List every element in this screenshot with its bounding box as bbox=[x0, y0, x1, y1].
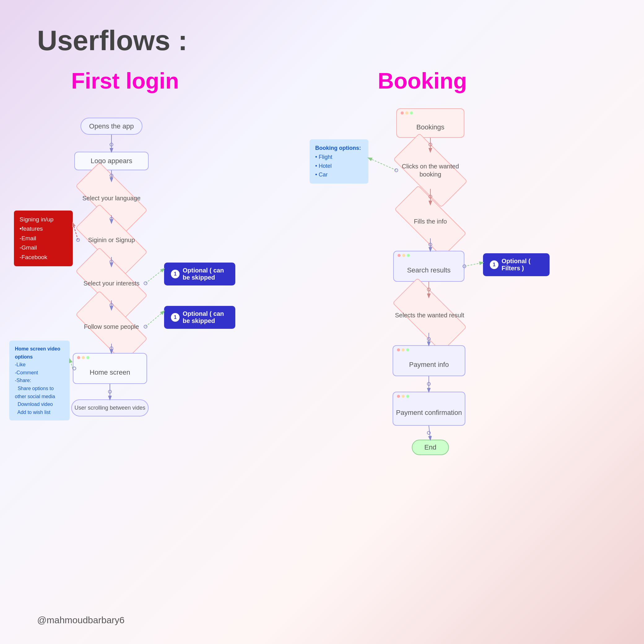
booking-title: Booking bbox=[378, 68, 467, 94]
svg-point-35 bbox=[427, 431, 430, 434]
node-select-language: Select your language bbox=[77, 181, 146, 215]
svg-point-13 bbox=[108, 390, 111, 393]
first-login-title: First login bbox=[71, 68, 179, 94]
node-fills-info: Fills the info bbox=[396, 204, 464, 238]
footer-text: @mahmoudbarbary6 bbox=[37, 615, 124, 625]
node-follow-people: Follow some people bbox=[77, 310, 146, 344]
annotation-booking-options: Booking options:• Flight• Hotel• Car bbox=[310, 139, 368, 184]
node-signin-signup: Siginin or Signup bbox=[77, 223, 146, 257]
annotation-optional-interests: 1 Optional ( can be skipped bbox=[164, 263, 235, 285]
node-select-interests: Select your interests bbox=[77, 266, 146, 300]
svg-point-33 bbox=[427, 382, 430, 385]
svg-line-18 bbox=[146, 311, 164, 327]
node-home-screen: Home screen bbox=[73, 353, 147, 384]
node-user-scrolling: User scrolling between vides bbox=[71, 399, 149, 416]
node-bookings: Bookings bbox=[396, 108, 464, 138]
node-opens-app: Opens the app bbox=[81, 118, 142, 135]
annotation-home-video-options: Home screen video options-Like-Comment-S… bbox=[9, 341, 70, 420]
svg-line-38 bbox=[464, 263, 483, 266]
node-logo-appears: Logo appears bbox=[74, 152, 149, 170]
node-clicks-booking: Clicks on the wanted booking bbox=[396, 152, 464, 189]
page-title: Userflows : bbox=[37, 25, 187, 57]
svg-line-20 bbox=[70, 359, 73, 368]
node-selects-result: Selects the wanted result bbox=[395, 297, 464, 333]
node-payment-confirmation: Payment confirmation bbox=[393, 392, 465, 426]
node-payment-info: Payment info bbox=[393, 345, 465, 376]
annotation-optional-follow: 1 Optional ( can be skipped bbox=[164, 306, 235, 329]
node-search-results: Search results bbox=[393, 251, 464, 282]
annotation-optional-filters: 1 Optional ( Filters ) bbox=[483, 253, 550, 276]
svg-line-16 bbox=[146, 269, 164, 283]
svg-line-36 bbox=[368, 158, 396, 170]
svg-point-1 bbox=[110, 143, 113, 146]
node-end: End bbox=[412, 440, 449, 455]
svg-line-34 bbox=[429, 426, 430, 440]
annotation-signin-options: Signing in/up•features-Email-Gmail-Faceb… bbox=[14, 211, 73, 266]
